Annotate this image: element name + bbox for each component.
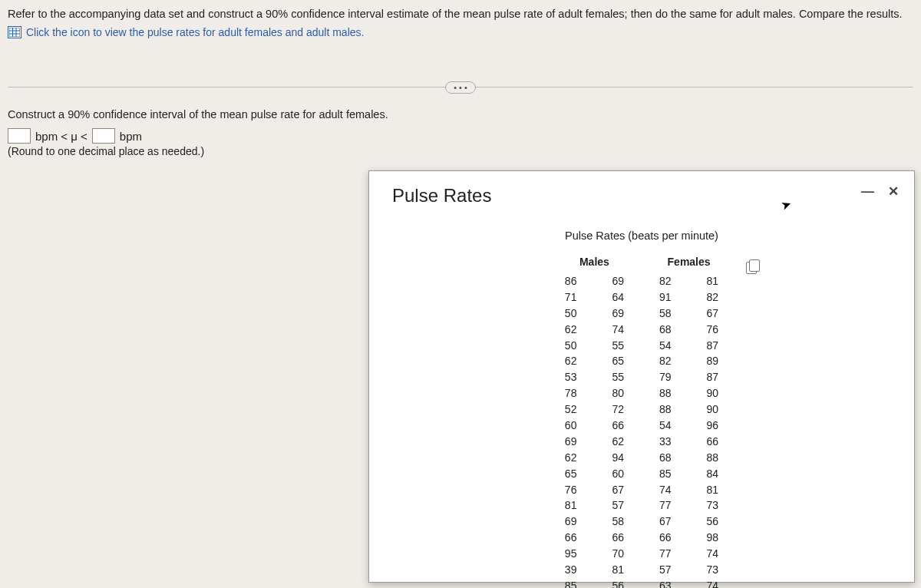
table-row: 81577773 [548,498,735,513]
data-cell: 94 [595,451,641,465]
males-header: Males [548,254,641,273]
data-cell: 58 [642,306,688,321]
data-cell: 52 [548,402,594,417]
data-cell: 88 [642,402,688,417]
pulse-data-table: Males Females 86698281716491825069586762… [546,253,737,588]
table-row: 69586756 [548,514,735,529]
data-cell: 56 [690,514,736,529]
data-cell: 76 [548,483,594,497]
data-cell: 64 [595,290,641,305]
data-cell: 69 [548,514,594,529]
data-cell: 69 [548,434,594,449]
close-button[interactable]: ✕ [888,185,899,198]
data-cell: 85 [642,467,688,481]
data-cell: 33 [642,434,688,449]
data-cell: 62 [548,451,594,465]
data-cell: 81 [548,498,594,513]
data-cell: 66 [595,530,641,545]
data-cell: 74 [595,322,641,337]
data-cell: 66 [595,418,641,433]
table-row: 39815773 [548,563,735,577]
data-cell: 87 [690,370,736,385]
data-cell: 57 [595,498,641,513]
data-cell: 78 [548,386,594,401]
data-cell: 55 [595,339,641,353]
table-row: 60665496 [548,418,735,433]
rounding-note: (Round to one decimal place as needed.) [8,145,913,157]
data-cell: 70 [595,547,641,561]
data-cell: 54 [642,339,688,353]
data-cell: 82 [642,274,688,289]
table-row: 62946888 [548,451,735,465]
popup-body: Pulse Rates (beats per minute) Males Fem… [369,206,914,588]
section-divider: • • • [8,81,913,93]
data-cell: 71 [548,290,594,305]
data-cell: 76 [690,322,736,337]
data-cell: 53 [548,370,594,385]
data-cell: 68 [642,451,688,465]
data-cell: 81 [690,274,736,289]
table-row: 86698281 [548,274,735,289]
answer-row: bpm < μ < bpm [8,128,913,144]
data-cell: 82 [690,290,736,305]
data-cell: 81 [595,563,641,577]
data-cell: 57 [642,563,688,577]
data-cell: 86 [548,274,594,289]
data-cell: 73 [690,498,736,513]
data-cell: 63 [642,579,688,588]
data-cell: 88 [642,386,688,401]
data-cell: 88 [690,451,736,465]
data-cell: 73 [690,563,736,577]
table-row: 85566374 [548,579,735,588]
data-cell: 74 [642,483,688,497]
sub-question-text: Construct a 90% confidence interval of t… [8,108,913,121]
data-cell: 60 [548,418,594,433]
table-row: 53557987 [548,370,735,385]
data-cell: 90 [690,386,736,401]
data-cell: 90 [690,402,736,417]
question-main-text: Refer to the accompanying data set and c… [8,6,913,21]
table-row: 65608584 [548,467,735,481]
minimize-button[interactable]: — [861,185,874,198]
data-cell: 84 [690,467,736,481]
view-data-link[interactable]: Click the icon to view the pulse rates f… [26,26,364,38]
table-row: 76677481 [548,483,735,497]
popup-title: Pulse Rates [392,185,491,206]
females-header: Females [642,254,735,273]
data-cell: 50 [548,306,594,321]
lower-bound-input[interactable] [8,128,31,144]
upper-bound-input[interactable] [92,128,115,144]
data-cell: 66 [548,530,594,545]
table-icon[interactable] [8,26,21,38]
question-page: Refer to the accompanying data set and c… [0,0,921,588]
data-cell: 74 [690,547,736,561]
data-cell: 58 [595,514,641,529]
data-cell: 69 [595,306,641,321]
data-cell: 72 [595,402,641,417]
data-cell: 77 [642,547,688,561]
data-cell: 98 [690,530,736,545]
data-cell: 95 [548,547,594,561]
data-cell: 82 [642,354,688,368]
copy-icon[interactable] [746,262,757,274]
data-cell: 62 [595,434,641,449]
table-row: 52728890 [548,402,735,417]
data-cell: 67 [595,483,641,497]
table-row: 50695867 [548,306,735,321]
data-cell: 56 [595,579,641,588]
data-cell: 65 [595,354,641,368]
table-row: 66666698 [548,530,735,545]
data-cell: 68 [642,322,688,337]
data-cell: 62 [548,354,594,368]
data-cell: 81 [690,483,736,497]
data-cell: 80 [595,386,641,401]
data-cell: 50 [548,339,594,353]
data-cell: 79 [642,370,688,385]
divider-dots-pill[interactable]: • • • [445,81,476,94]
data-subtitle: Pulse Rates (beats per minute) [400,230,883,242]
data-cell: 77 [642,498,688,513]
table-row: 71649182 [548,290,735,305]
data-link-row: Click the icon to view the pulse rates f… [8,26,913,38]
data-cell: 54 [642,418,688,433]
data-cell: 69 [595,274,641,289]
